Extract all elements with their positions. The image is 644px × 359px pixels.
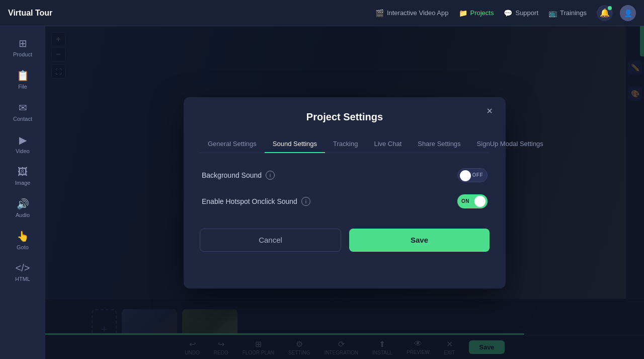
video-icon: 🎬 [375, 9, 384, 17]
nav-link-label: Projects [470, 9, 494, 17]
sidebar-item-goto[interactable]: 👆 Goto [4, 225, 42, 255]
background-sound-toggle[interactable]: OFF [457, 168, 488, 182]
projects-icon: 📁 [459, 9, 467, 17]
background-sound-toggle-track[interactable]: OFF [457, 168, 488, 182]
sidebar-item-label: Goto [17, 244, 29, 250]
hotspot-sound-row: Enable Hotspot Onclick Sound i ON [200, 194, 490, 208]
support-icon: 💬 [504, 9, 512, 17]
nav-link-label: Interactive Video App [387, 9, 449, 17]
app-title: Virtual Tour [8, 9, 52, 18]
hotspot-sound-toggle-label: ON [461, 198, 469, 204]
audio-icon: 🔊 [17, 198, 29, 210]
nav-right: 🔔 👤 [597, 5, 636, 21]
sidebar-item-label: Contact [13, 116, 32, 122]
nav-link-support[interactable]: 💬 Support [504, 9, 538, 17]
sidebar-item-file[interactable]: 📋 File [4, 64, 42, 95]
sidebar-item-contact[interactable]: ✉ Contact [4, 97, 42, 127]
project-settings-modal: × Project Settings General Settings Soun… [184, 97, 506, 289]
product-icon: ⊞ [19, 37, 27, 49]
tab-tracking[interactable]: Tracking [325, 135, 366, 153]
sidebar-item-label: Video [16, 148, 30, 154]
canvas-area: + − ⛶ ✏️ 🎨 Scenes ▾ + [45, 26, 644, 359]
hotspot-sound-toggle-track[interactable]: ON [457, 194, 488, 208]
sidebar-item-label: File [18, 84, 27, 90]
background-sound-text: Background Sound [202, 171, 262, 179]
sidebar-item-image[interactable]: 🖼 Image [4, 161, 42, 191]
notifications-button[interactable]: 🔔 [597, 5, 613, 21]
modal-tabs: General Settings Sound Settings Tracking… [200, 135, 490, 153]
nav-link-interactive-video[interactable]: 🎬 Interactive Video App [375, 9, 449, 17]
nav-link-projects[interactable]: 📁 Projects [459, 9, 494, 17]
sidebar-item-label: HTML [15, 276, 30, 282]
sidebar-item-label: Audio [16, 212, 30, 218]
modal-close-button[interactable]: × [482, 104, 497, 118]
sidebar-item-html[interactable]: </> HTML [4, 257, 42, 287]
modal-title: Project Settings [200, 111, 490, 123]
hotspot-sound-toggle[interactable]: ON [457, 194, 488, 208]
top-nav: Virtual Tour 🎬 Interactive Video App 📁 P… [0, 0, 644, 26]
sidebar-item-product[interactable]: ⊞ Product [4, 32, 42, 62]
save-button[interactable]: Save [349, 229, 490, 252]
user-avatar[interactable]: 👤 [620, 5, 636, 21]
nav-link-trainings[interactable]: 📺 Trainings [548, 9, 587, 17]
tab-general-settings[interactable]: General Settings [200, 135, 265, 153]
html-icon: </> [16, 262, 30, 274]
modal-footer: Cancel Save [200, 229, 490, 252]
contact-icon: ✉ [19, 102, 27, 114]
tab-signup-modal-settings[interactable]: SignUp Modal Settings [469, 135, 551, 153]
nav-link-label: Trainings [560, 9, 587, 17]
tab-share-settings[interactable]: Share Settings [410, 135, 468, 153]
background-sound-label: Background Sound i [202, 171, 275, 180]
video-sidebar-icon: ▶ [19, 134, 27, 146]
sidebar-item-audio[interactable]: 🔊 Audio [4, 193, 42, 223]
modal-overlay: × Project Settings General Settings Soun… [45, 26, 644, 359]
cancel-button[interactable]: Cancel [200, 229, 341, 252]
background-sound-info-icon[interactable]: i [266, 171, 275, 180]
background-sound-toggle-label: OFF [472, 172, 484, 178]
background-sound-toggle-knob [460, 170, 471, 181]
main-layout: ⊞ Product 📋 File ✉ Contact ▶ Video 🖼 Ima… [0, 26, 644, 359]
tab-live-chat[interactable]: Live Chat [366, 135, 410, 153]
goto-icon: 👆 [17, 230, 29, 242]
image-icon: 🖼 [18, 166, 28, 178]
left-sidebar: ⊞ Product 📋 File ✉ Contact ▶ Video 🖼 Ima… [0, 26, 45, 359]
tab-sound-settings[interactable]: Sound Settings [265, 135, 325, 153]
sidebar-item-label: Product [13, 51, 32, 57]
hotspot-sound-label: Enable Hotspot Onclick Sound i [202, 197, 310, 206]
sidebar-item-video[interactable]: ▶ Video [4, 129, 42, 159]
background-sound-row: Background Sound i OFF [200, 168, 490, 182]
hotspot-sound-info-icon[interactable]: i [301, 197, 310, 206]
file-icon: 📋 [17, 69, 29, 82]
hotspot-sound-toggle-knob [474, 196, 486, 207]
nav-links: 🎬 Interactive Video App 📁 Projects 💬 Sup… [375, 9, 587, 17]
notification-badge [608, 6, 612, 10]
hotspot-sound-text: Enable Hotspot Onclick Sound [202, 197, 297, 205]
trainings-icon: 📺 [548, 9, 557, 17]
sidebar-item-label: Image [15, 180, 31, 186]
nav-link-label: Support [515, 9, 538, 17]
